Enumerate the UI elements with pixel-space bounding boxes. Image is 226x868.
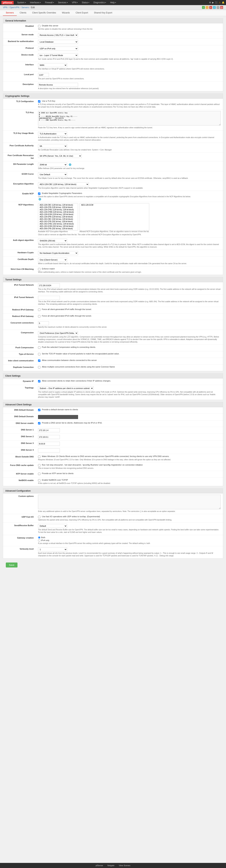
tls-config-checkbox[interactable]	[38, 100, 40, 103]
force-dns-cache-checkbox-label[interactable]: Run 'net stop dnscache', 'net start dnsc…	[38, 464, 221, 466]
dynamic-ip-checkbox-label[interactable]: Allow connected clients to retain their …	[38, 380, 221, 382]
compression-select[interactable]: Omit Preference (Use OpenVPN Default)	[38, 331, 78, 335]
tls-config-checkbox-label[interactable]: Use a TLS Key	[38, 100, 221, 103]
dns-server4-input[interactable]	[38, 448, 60, 453]
gateway-creation-ipv4-radio[interactable]	[38, 539, 40, 541]
tls-key-usage-select[interactable]: TLS Authentication	[38, 132, 67, 136]
inter-client-checkbox-label[interactable]: Allow communication between clients conn…	[38, 359, 221, 362]
dns-server1-input[interactable]: 172.10.1.4	[38, 428, 60, 432]
cert-depth-select[interactable]: One (Client+Server)	[38, 258, 67, 262]
pfsense-logo[interactable]: pfSense	[1, 1, 14, 4]
hardware-crypto-select[interactable]: No Hardware Crypto Acceleration	[38, 251, 78, 255]
block-outside-dns-checkbox-label[interactable]: Make Windows 10 Clients Block access to …	[38, 455, 221, 458]
duplicate-cn-checkbox-label[interactable]: Allow multiple concurrent connections fr…	[38, 366, 221, 368]
dns-default-domain-value-input[interactable]	[38, 415, 78, 419]
type-of-service-checkbox[interactable]	[38, 353, 40, 355]
dns-default-domain-checkbox[interactable]	[38, 409, 40, 411]
strict-user-match-checkbox[interactable]	[38, 268, 40, 270]
netbios-enable-checkbox[interactable]	[38, 479, 40, 482]
dns-server-enable-checkbox-label[interactable]: Provide a DNS server list to clients. Ad…	[38, 422, 221, 425]
nav-status[interactable]: Status ▾	[80, 1, 91, 4]
breadcrumb-vpn[interactable]: VPN	[3, 6, 7, 9]
force-dns-cache-checkbox[interactable]	[38, 464, 40, 466]
ntp-server-enable-checkbox-label[interactable]: Provide an NTP server list to clients	[38, 472, 221, 475]
ncp-available-option-2[interactable]: AES-128-CFB (128 bit key, 128 bit block)	[39, 206, 77, 209]
verbosity-level-select[interactable]: 1	[38, 548, 67, 552]
nav-icon-5[interactable]: 🔔	[222, 1, 225, 4]
gateway-creation-both-radio[interactable]	[38, 536, 40, 539]
dh-length-select[interactable]: 2048 bit	[38, 163, 67, 167]
ncp-available-option-7[interactable]: AES-192-CBC (192 bit key, 128 bit block)	[39, 218, 77, 220]
type-of-service-checkbox-label[interactable]: Set the TOS IP header value of tunnel pa…	[38, 352, 221, 355]
tab-client-export[interactable]: Client Export	[73, 10, 91, 16]
ipv6-tunnel-network-input[interactable]	[38, 296, 60, 300]
nav-interfaces[interactable]: Interfaces ▾	[28, 1, 43, 4]
gateway-creation-ipv4-label[interactable]: IPv4 only	[38, 539, 221, 541]
local-port-input[interactable]: 1197	[38, 73, 49, 77]
save-button[interactable]: Save	[6, 562, 18, 567]
udp-fast-io-checkbox[interactable]	[38, 516, 40, 518]
nav-services[interactable]: Services ▾	[56, 1, 70, 4]
enable-ncp-checkbox[interactable]	[38, 192, 40, 195]
auth-digest-select[interactable]: SHA256 (256-bit)	[38, 239, 67, 243]
ncp-available-listbox[interactable]: AES-128-CBC (128 bit key, 128 bit block)…	[38, 203, 78, 230]
ncp-selected-listbox[interactable]: AES-128-GCM	[79, 203, 149, 230]
ncp-available-option-8[interactable]: AES-192-CFB (192 bit key, 128 bit block)	[39, 220, 77, 223]
peer-crl-select[interactable]: IIA VPN (Server: Yes, CA: IIA, In Use)	[38, 154, 82, 158]
ncp-available-option-9[interactable]: AES-192-CFB1 (192 bit key, 128 bit block…	[39, 223, 77, 225]
description-input[interactable]: Remote Access	[38, 83, 78, 87]
tab-wizards[interactable]: Wizards	[59, 10, 73, 16]
ntp-server-enable-checkbox[interactable]	[38, 473, 40, 475]
dh-length-info-icon[interactable]: i	[69, 163, 71, 166]
interface-select[interactable]: WAN	[38, 63, 67, 67]
encryption-algo-select[interactable]: AES-128-CBC (128 bit key, 128 bit block)	[38, 182, 89, 186]
ncp-available-option-1[interactable]: AES-128-CBC (128 bit key, 128 bit block)	[39, 204, 77, 206]
redirect-ipv6-checkbox-label[interactable]: Force all client-generated IPv6 traffic …	[38, 315, 221, 317]
udp-fast-io-checkbox-label[interactable]: Use fast I/O operations with UDP writes …	[38, 516, 221, 518]
breadcrumb-openvpn[interactable]: OpenVPN	[9, 6, 19, 9]
block-outside-dns-checkbox[interactable]	[38, 456, 40, 458]
ecdh-curve-select[interactable]: Use Default	[38, 173, 67, 177]
nav-system[interactable]: System ▾	[15, 1, 28, 4]
nav-diagnostics[interactable]: Diagnostics ▾	[92, 1, 108, 4]
tab-clients[interactable]: Clients	[17, 10, 29, 16]
breadcrumb-servers[interactable]: Servers	[21, 6, 29, 9]
ncp-available-option-5[interactable]: AES-128-GCM (128 bit key, 128 bit block)	[39, 213, 77, 216]
enable-ncp-checkbox-label[interactable]: Enable Negotiable Cryptographic Paramete…	[38, 192, 221, 195]
tab-client-specific[interactable]: Client Specific Overrides	[29, 10, 59, 16]
netbios-enable-checkbox-label[interactable]: Enable NetBIOS over TCP/IP	[38, 479, 221, 482]
nav-icon-1[interactable]: ⚙	[209, 1, 211, 4]
tab-shared-key-export[interactable]: Shared Key Export	[91, 10, 115, 16]
gateway-creation-both-label[interactable]: Both	[38, 536, 221, 539]
nav-icon-3[interactable]: ⬛	[215, 1, 218, 4]
ipv4-tunnel-network-input[interactable]: 172.28.0.0/24	[38, 283, 60, 287]
push-compression-checkbox-label[interactable]: Push the selected Compression setting to…	[38, 346, 221, 349]
duplicate-cn-checkbox[interactable]	[38, 366, 40, 368]
disabled-checkbox[interactable]	[38, 25, 40, 27]
ncp-available-option-3[interactable]: AES-128-CFB1 (128 bit key, 128 bit block…	[39, 209, 77, 211]
enable-ncp-info-icon[interactable]: i	[39, 198, 41, 200]
strict-user-match-checkbox-label[interactable]: Enforce match	[38, 268, 221, 270]
dynamic-ip-checkbox[interactable]	[38, 380, 40, 382]
push-compression-checkbox[interactable]	[38, 346, 40, 349]
ncp-available-option-10[interactable]: AES-192-GCM (192 bit key, 128 bit block)	[39, 225, 77, 227]
topology-select[interactable]: Subnet -- One IP address per client in a…	[38, 386, 94, 390]
ncp-available-option-4[interactable]: AES-128-CFB8 (128 bit key, 128 bit block…	[39, 211, 77, 213]
custom-options-textarea[interactable]	[38, 495, 221, 509]
inter-client-checkbox[interactable]	[38, 360, 40, 362]
nav-help[interactable]: Help ▾	[108, 1, 118, 4]
dns-server3-input[interactable]: 8.8.8.8	[38, 442, 60, 446]
nav-vpn[interactable]: VPN ▾	[70, 1, 80, 4]
tls-key-textarea[interactable]: # 2048 bit OpenVPN static key # # -----B…	[38, 111, 221, 126]
server-mode-select[interactable]: Remote Access ( SSL/TLS + User Auth )	[38, 33, 78, 37]
backend-auth-select[interactable]: Local Database	[38, 40, 78, 44]
nav-firewall[interactable]: Firewall ▾	[43, 1, 56, 4]
nav-icon-2[interactable]: ▶	[212, 1, 214, 4]
send-receive-buffer-select[interactable]: Default	[38, 524, 67, 528]
nav-icon-4[interactable]: ⚠	[219, 1, 221, 4]
dns-default-domain-checkbox-label[interactable]: Provide a default domain name to clients	[38, 408, 221, 411]
disabled-checkbox-label[interactable]: Disable this server	[38, 25, 221, 27]
dns-server2-input[interactable]: 172.10.0.1	[38, 435, 60, 439]
ncp-available-option-11[interactable]: AES-256-CFB (192 bit key, 128 bit block)	[39, 227, 77, 230]
peer-ca-select[interactable]: IIA	[38, 144, 67, 148]
